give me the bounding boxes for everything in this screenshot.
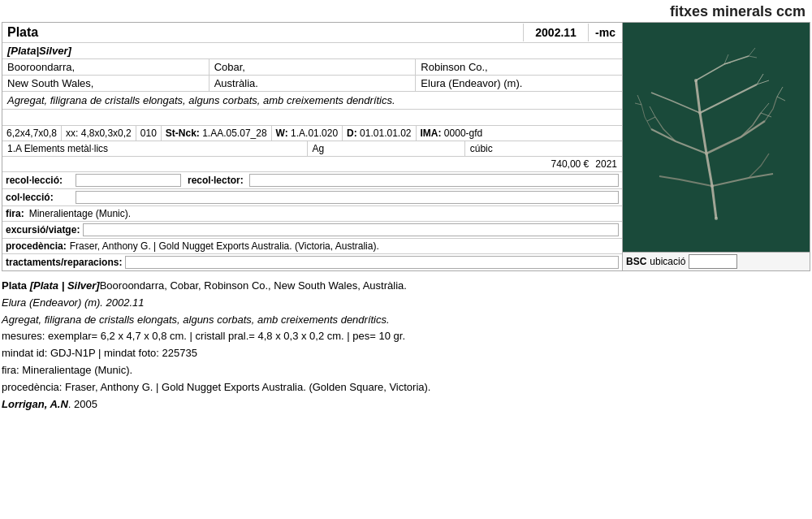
category-row: 1.A Elements metàl·lics Ag cúbic: [2, 141, 622, 157]
meas-val1: 010: [136, 126, 162, 141]
mineral-image: [623, 23, 810, 252]
main-area: Plata 2002.11 -mc [Plata|Silver] Booroon…: [2, 22, 810, 271]
excursio-input[interactable]: [83, 223, 619, 236]
procedencia-label: procedència:: [2, 240, 70, 252]
tractaments-label: tractaments/reparacions:: [2, 257, 125, 268]
size-1: 6,2x4,7x0,8: [2, 126, 62, 141]
price-amount: 740,00 €: [551, 158, 590, 170]
bottom-year: . 2005: [68, 398, 97, 410]
tractaments-input[interactable]: [125, 256, 619, 269]
ubicacio-label: ubicació: [650, 256, 685, 267]
header-title: fitxes minerals ccm: [670, 3, 806, 19]
location-row-2: New South Wales, Austràlia. Elura (Endea…: [2, 76, 622, 92]
bottom-mineral-name: Plata: [2, 279, 30, 292]
recolector-input[interactable]: [249, 174, 619, 187]
w-label: W:: [276, 128, 288, 139]
location-1: Booroondarra,: [2, 59, 209, 75]
subtitle-row: [Plata|Silver]: [2, 43, 622, 59]
stnek-label: St-Nck:: [166, 128, 200, 139]
title-row: Plata 2002.11 -mc: [2, 23, 622, 43]
d-container: D: 01.01.01.02: [343, 126, 416, 141]
w-val: 1.A.01.020: [291, 128, 338, 139]
collection-row: recol·lecció: recol·lector:: [2, 172, 622, 189]
svg-point-5: [694, 79, 698, 82]
location-row-1: Booroondarra, Cobar, Robinson Co.,: [2, 59, 622, 76]
svg-point-4: [698, 111, 702, 115]
bottom-author: Lorrigan, A.N: [2, 398, 68, 410]
excursio-row: excursió/viatge:: [2, 222, 622, 239]
ima-label: IMA:: [421, 128, 442, 139]
stnek-container: St-Nck: 1.AA.05.07_28: [162, 126, 272, 141]
tractaments-row: tractaments/reparacions:: [2, 254, 622, 270]
recoleccio-input[interactable]: [76, 174, 181, 187]
image-footer: BSC ubicació: [623, 252, 810, 270]
w-container: W: 1.A.01.020: [272, 126, 343, 141]
bsc-label: BSC: [626, 256, 646, 267]
form-area: Plata 2002.11 -mc [Plata|Silver] Booroon…: [2, 23, 623, 270]
ubicacio-input[interactable]: [689, 254, 737, 269]
mineral-mc: -mc: [588, 24, 622, 41]
location-6: Elura (Endeavor) (m).: [416, 76, 622, 91]
description-text: Agregat, filigrana de cristalls elongats…: [7, 94, 395, 106]
size-2: 4,8x0,3x0,2: [81, 128, 132, 139]
location-3: Robinson Co.,: [416, 59, 622, 75]
fira-label: fira:: [2, 208, 28, 219]
d-val: 01.01.01.02: [360, 128, 411, 139]
mineral-code: 2002.11: [523, 24, 588, 41]
recoleccio-label: recol·lecció:: [2, 175, 76, 186]
price-row: 740,00 € 2021: [2, 157, 622, 172]
bottom-mineral-subtitle: [Plata | Silver]: [30, 279, 100, 292]
mineral-name: Plata: [2, 23, 268, 42]
bottom-line-8: Lorrigan, A.N. 2005: [2, 396, 810, 413]
ima-container: IMA: 0000-gfd: [417, 126, 487, 141]
location-4: New South Wales,: [2, 76, 209, 91]
category-3: cúbic: [465, 141, 622, 156]
category-2: Ag: [308, 141, 465, 156]
mineral-subtitle: [Plata|Silver]: [7, 45, 71, 57]
svg-point-3: [705, 152, 708, 155]
bottom-line-6: fira: Mineralientage (Munic).: [2, 362, 810, 379]
colleccio-label: col·lecció:: [2, 192, 76, 203]
bottom-line-3: Agregat, filigrana de cristalls elongats…: [2, 312, 810, 329]
location-5: Austràlia.: [209, 76, 417, 91]
colleccio-row: col·lecció:: [2, 189, 622, 206]
fira-row: fira: Mineralientage (Munic).: [2, 206, 622, 222]
page-header: fitxes minerals ccm: [0, 0, 812, 22]
recolector-label: recol·lector:: [184, 175, 249, 186]
bottom-section: Plata [Plata | Silver]Booroondarra, Coba…: [2, 278, 810, 413]
spacer-row: [2, 110, 622, 126]
bottom-line-7: procedència: Fraser, Anthony G. | Gold N…: [2, 379, 810, 396]
colleccio-input[interactable]: [76, 191, 619, 204]
category-1: 1.A Elements metàl·lics: [2, 141, 308, 156]
stnek-val: 1.AA.05.07_28: [202, 128, 266, 139]
bottom-line-4: mesures: exemplar= 6,2 x 4,7 x 0,8 cm. |…: [2, 328, 810, 345]
bottom-location: Booroondarra, Cobar, Robinson Co., New S…: [100, 279, 407, 292]
image-area: BSC ubicació: [623, 23, 810, 270]
ima-val: 0000-gfd: [444, 128, 482, 139]
price-year: 2021: [595, 158, 617, 170]
location-2: Cobar,: [209, 59, 417, 75]
fira-value: Mineralientage (Munic).: [28, 208, 132, 219]
measurements-row: 6,2x4,7x0,8 xx: 4,8x0,3x0,2 010 St-Nck: …: [2, 126, 622, 141]
bottom-line-2: Elura (Endeavor) (m). 2002.11: [2, 295, 810, 312]
xx-label: xx:: [66, 128, 78, 139]
excursio-label: excursió/viatge:: [2, 224, 83, 236]
size-2-container: xx: 4,8x0,3x0,2: [62, 126, 136, 141]
svg-point-1: [715, 217, 718, 220]
bottom-line-1: Plata [Plata | Silver]Booroondarra, Coba…: [2, 278, 810, 295]
procedencia-row: procedència: Fraser, Anthony G. | Gold N…: [2, 239, 622, 254]
procedencia-value: Fraser, Anthony G. | Gold Nugget Exports…: [70, 240, 379, 252]
description-row: Agregat, filigrana de cristalls elongats…: [2, 92, 622, 110]
svg-point-2: [710, 184, 714, 188]
d-label: D:: [347, 128, 357, 139]
bottom-line-5: mindat id: GDJ-N1P | mindat foto: 225735: [2, 345, 810, 362]
